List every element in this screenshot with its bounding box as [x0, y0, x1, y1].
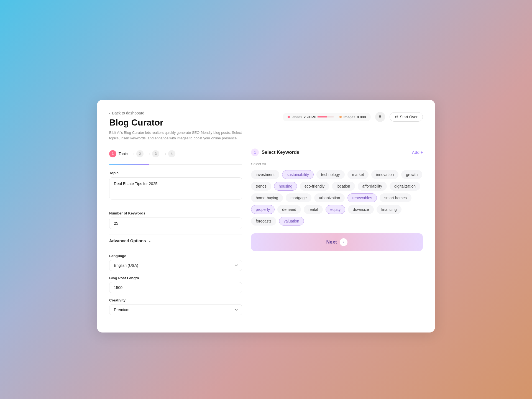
keyword-tag[interactable]: location: [332, 182, 355, 191]
step-2-num: 2: [136, 150, 144, 157]
step-2[interactable]: 2: [136, 149, 147, 159]
keyword-tag[interactable]: financing: [377, 205, 401, 214]
chevron-down-icon: ⌄: [148, 239, 151, 243]
next-arrow-icon: ›: [340, 238, 347, 246]
start-over-button[interactable]: ↺ Start Over: [390, 112, 423, 122]
language-select[interactable]: English (USA) Spanish French German: [109, 260, 242, 271]
keyword-tag[interactable]: forecasts: [251, 217, 276, 226]
steps-row: 1 Topic › 2 › 3 › 4: [109, 149, 242, 159]
keyword-tag[interactable]: downsize: [348, 205, 374, 214]
back-chevron-icon: ‹: [109, 111, 110, 115]
keyword-tag[interactable]: housing: [274, 182, 297, 191]
keyword-tag[interactable]: smart homes: [380, 193, 411, 202]
keyword-tag[interactable]: innovation: [371, 170, 398, 179]
creativity-label: Creativity: [109, 298, 242, 302]
keywords-label: Number of Keywords: [109, 211, 242, 215]
language-label: Language: [109, 254, 242, 258]
language-field-group: Language English (USA) Spanish French Ge…: [109, 254, 242, 271]
step-divider-2: ›: [149, 151, 150, 156]
eye-icon: 👁: [378, 114, 382, 119]
select-all-row: Select All: [251, 161, 423, 166]
keywords-input[interactable]: [109, 218, 242, 229]
topic-label: Topic: [109, 171, 242, 175]
keyword-tag[interactable]: eco-friendly: [300, 182, 329, 191]
stats-bar: Words 2.916M Images 0.000: [283, 113, 371, 121]
app-title: Blog Curator: [109, 117, 242, 128]
keyword-tag[interactable]: urbanization: [314, 193, 345, 202]
step-1[interactable]: 1 Topic: [109, 149, 132, 159]
keyword-tag[interactable]: demand: [277, 205, 301, 214]
step-progress-fill: [109, 164, 149, 165]
images-stat: Images 0.000: [339, 115, 366, 119]
topic-input[interactable]: Real Estate Tips for 2025: [109, 177, 242, 200]
keywords-area: investmentsustainabilitytechnologymarket…: [251, 170, 423, 226]
keyword-tag[interactable]: mortgage: [286, 193, 311, 202]
keyword-tag[interactable]: valuation: [279, 217, 304, 226]
blog-length-field-group: Blog Post Length: [109, 276, 242, 293]
step-3-num: 3: [152, 150, 159, 157]
refresh-icon: ↺: [395, 115, 398, 119]
keyword-tag[interactable]: equity: [326, 205, 345, 214]
section-num: 1: [251, 149, 259, 156]
words-stat: Words 2.916M: [288, 115, 334, 119]
step-divider-1: ›: [133, 151, 135, 156]
keyword-tag[interactable]: technology: [316, 170, 345, 179]
creativity-field-group: Creativity Premium Standard Creative: [109, 298, 242, 315]
advanced-options-label: Advanced Options: [109, 238, 146, 243]
words-dot: [288, 116, 290, 118]
keywords-panel-header: 1 Select Keywords Add +: [251, 149, 423, 156]
blog-length-label: Blog Post Length: [109, 276, 242, 280]
creativity-select[interactable]: Premium Standard Creative: [109, 304, 242, 315]
keyword-tag[interactable]: market: [347, 170, 369, 179]
keyword-tag[interactable]: trends: [251, 182, 271, 191]
keywords-panel-title: 1 Select Keywords: [251, 149, 299, 156]
keyword-tag[interactable]: investment: [251, 170, 279, 179]
keyword-tag[interactable]: digitalization: [390, 182, 420, 191]
app-description: Bibit AI's Blog Curator lets realtors qu…: [109, 130, 242, 141]
step-divider-3: ›: [165, 151, 166, 156]
keyword-tag[interactable]: rental: [304, 205, 323, 214]
advanced-options-toggle[interactable]: Advanced Options ⌄: [109, 234, 242, 247]
right-panel: 1 Select Keywords Add + Select All inves…: [251, 149, 423, 320]
step-4-num: 4: [168, 150, 175, 157]
step-progress-bar: [109, 164, 242, 165]
preview-button[interactable]: 👁: [375, 112, 385, 122]
keyword-tag[interactable]: sustainability: [282, 170, 314, 179]
step-1-num: 1: [109, 150, 116, 157]
header-right: Words 2.916M Images 0.000 👁 ↺ Start Over: [283, 112, 423, 122]
step-3[interactable]: 3: [152, 149, 163, 159]
keyword-tag[interactable]: property: [251, 205, 275, 214]
blog-length-input[interactable]: [109, 282, 242, 293]
left-panel: 1 Topic › 2 › 3 › 4: [109, 149, 242, 320]
next-button[interactable]: Next ›: [251, 233, 423, 251]
words-progress: [317, 116, 334, 117]
keywords-field-group: Number of Keywords: [109, 211, 242, 229]
keyword-tag[interactable]: growth: [401, 170, 422, 179]
images-dot: [339, 116, 342, 118]
back-to-dashboard[interactable]: ‹ Back to dashboard: [109, 111, 242, 115]
keyword-tag[interactable]: renewables: [347, 193, 377, 202]
select-all-label[interactable]: Select All: [251, 162, 266, 166]
step-4[interactable]: 4: [168, 149, 179, 159]
add-keyword-button[interactable]: Add +: [412, 150, 423, 155]
keyword-tag[interactable]: home-buying: [251, 193, 283, 202]
step-1-label: Topic: [119, 152, 128, 156]
keyword-tag[interactable]: affordability: [358, 182, 387, 191]
topic-field-group: Topic Real Estate Tips for 2025: [109, 171, 242, 206]
